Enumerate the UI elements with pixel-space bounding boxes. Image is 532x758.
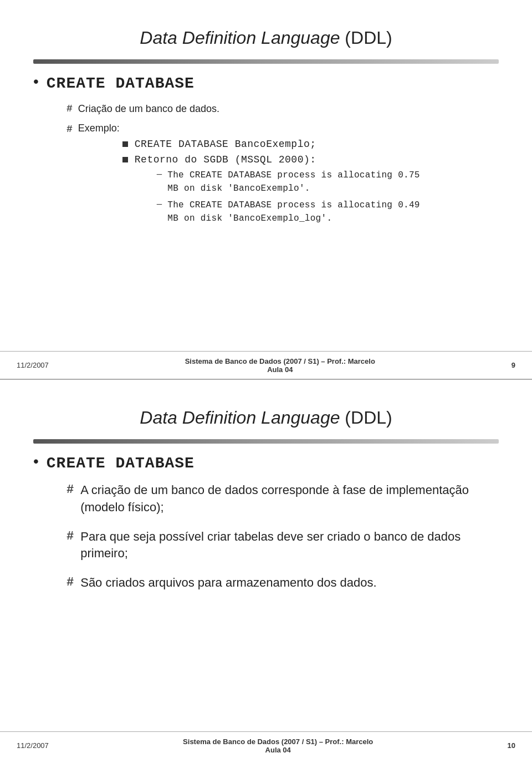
- slide2-bullet-text: CREATE DATABASE: [47, 455, 195, 472]
- square-bullet-1: [122, 141, 128, 147]
- slide-2: Data Definition Language (DDL) • CREATE …: [0, 380, 532, 758]
- square-text-1: CREATE DATABASE BancoExemplo;: [135, 139, 316, 150]
- retorno-label: Retorno do SGDB (MSSQL 2000):: [135, 154, 420, 165]
- slide2-hash-symbol-1: #: [66, 483, 74, 497]
- exemplo-title: Exemplo:: [78, 123, 420, 134]
- dash-items: – The CREATE DATABASE process is allocat…: [157, 169, 420, 225]
- exemplo-section: CREATE DATABASE BancoExemplo; Retorno do…: [111, 139, 420, 228]
- slide1-footer-page: 9: [511, 361, 515, 369]
- dash-line2b: MB on disk 'BancoExemplo_log'.: [167, 213, 332, 223]
- slide2-hash-symbol-2: #: [66, 530, 74, 543]
- slide2-footer-date: 11/2/2007: [17, 741, 49, 750]
- slide1-title-italic: Data Definition Language: [140, 28, 340, 48]
- slide1-footer: 11/2/2007 Sistema de Banco de Dados (200…: [0, 351, 532, 379]
- dash-line1b: MB on disk 'BancoExemplo'.: [167, 184, 310, 194]
- slide2-hash-text-3: São criados arquivos para armazenamento …: [80, 574, 376, 592]
- slide2-title-italic: Data Definition Language: [140, 408, 340, 428]
- slide1-footer-line1: Sistema de Banco de Dados (2007 / S1) – …: [185, 357, 375, 365]
- dash-item-1: – The CREATE DATABASE process is allocat…: [157, 169, 420, 195]
- slide1-divider-bar: [33, 59, 499, 64]
- slide1-footer-line2: Aula 04: [185, 365, 375, 374]
- slide2-bullet-dot: •: [33, 452, 39, 470]
- slide1-content: • CREATE DATABASE # Criação de um banco …: [33, 75, 499, 345]
- square-bullet-2: [122, 157, 128, 162]
- retorno-block: Retorno do SGDB (MSSQL 2000): – The CREA…: [135, 154, 420, 228]
- slide2-main-bullet: • CREATE DATABASE: [33, 455, 499, 472]
- dash-text-2: The CREATE DATABASE process is allocatin…: [167, 199, 420, 225]
- slide2-footer-center: Sistema de Banco de Dados (2007 / S1) – …: [183, 737, 373, 754]
- dash-text-1: The CREATE DATABASE process is allocatin…: [167, 169, 420, 195]
- hash-symbol-2: #: [66, 124, 73, 135]
- square-item-2: Retorno do SGDB (MSSQL 2000): – The CREA…: [122, 154, 420, 228]
- slide1-footer-date: 11/2/2007: [17, 361, 49, 369]
- slide2-hash-text-2: Para que seja possível criar tabelas dev…: [80, 528, 499, 563]
- dash-item-2: – The CREATE DATABASE process is allocat…: [157, 199, 420, 225]
- slide1-title: Data Definition Language (DDL): [33, 17, 499, 54]
- main-bullet-text: CREATE DATABASE: [47, 75, 195, 92]
- slide1-sub-section: # Criação de um banco de dados. # Exempl…: [66, 102, 499, 234]
- slide1-hash-exemplo: # Exemplo: CREATE DATABASE BancoExemplo;: [66, 123, 499, 234]
- dash-symbol-2: –: [157, 199, 162, 210]
- slide2-footer-line2: Aula 04: [183, 746, 373, 754]
- slide1-main-bullet: • CREATE DATABASE: [33, 75, 499, 92]
- dash-symbol-1: –: [157, 169, 162, 180]
- slide2-hash-text-1: A criação de um banco de dados correspon…: [80, 482, 499, 516]
- dash-line2a: The CREATE DATABASE process is allocatin…: [167, 200, 420, 210]
- slide2-sub-section: # A criação de um banco de dados corresp…: [66, 482, 499, 592]
- slide2-hash-3: # São criados arquivos para armazenament…: [66, 574, 499, 592]
- slide-1: Data Definition Language (DDL) • CREATE …: [0, 0, 532, 379]
- slide2-title: Data Definition Language (DDL): [33, 396, 499, 434]
- slide2-hash-1: # A criação de um banco de dados corresp…: [66, 482, 499, 516]
- slide1-title-ddl: (DDL): [345, 28, 392, 48]
- slide2-divider-bar: [33, 439, 499, 444]
- slide2-footer-page: 10: [508, 741, 515, 750]
- slide2-footer-line1: Sistema de Banco de Dados (2007 / S1) – …: [183, 737, 373, 746]
- dash-line1a: The CREATE DATABASE process is allocatin…: [167, 170, 420, 180]
- hash-symbol-1: #: [66, 103, 73, 114]
- slide2-hash-symbol-3: #: [66, 576, 74, 589]
- slide2-hash-2: # Para que seja possível criar tabelas d…: [66, 528, 499, 563]
- slide1-footer-center: Sistema de Banco de Dados (2007 / S1) – …: [185, 357, 375, 374]
- hash-text-criacao: Criação de um banco de dados.: [78, 102, 219, 116]
- slide1-hash-criacao: # Criação de um banco de dados.: [66, 102, 499, 116]
- main-bullet-dot: •: [33, 73, 39, 90]
- slide2-footer: 11/2/2007 Sistema de Banco de Dados (200…: [0, 731, 532, 758]
- square-item-1: CREATE DATABASE BancoExemplo;: [122, 139, 420, 150]
- slide2-title-ddl: (DDL): [345, 408, 392, 428]
- exemplo-block: Exemplo: CREATE DATABASE BancoExemplo; R…: [78, 123, 420, 234]
- slide2-content: • CREATE DATABASE # A criação de um banc…: [33, 455, 499, 726]
